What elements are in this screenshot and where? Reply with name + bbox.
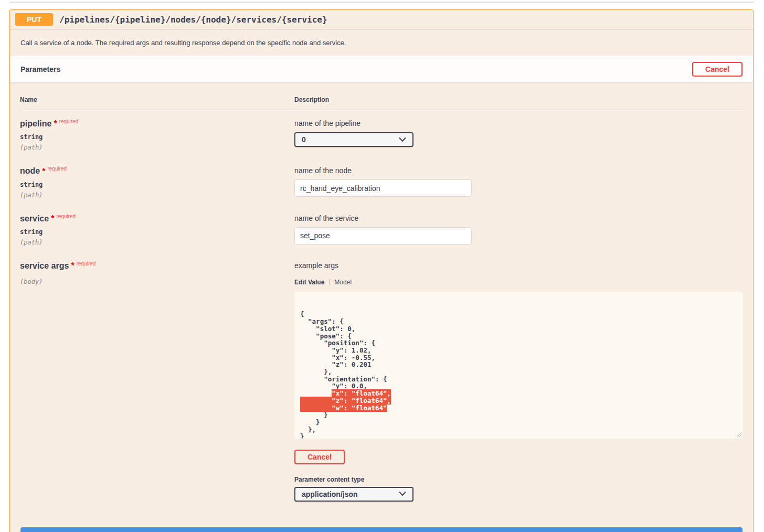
tab-edit-value[interactable]: Edit Value — [294, 279, 324, 286]
parameters-title: Parameters — [20, 65, 60, 73]
required-label: required — [59, 119, 79, 124]
param-type: string — [20, 181, 294, 188]
param-name-cell: pipeline*required string (path) — [20, 119, 294, 151]
execute-button[interactable]: Execute — [20, 527, 742, 532]
param-row-node: node*required string (path) name of the … — [20, 157, 743, 205]
body-editor[interactable]: { "args": { "slot": 0, "pose": { "positi… — [294, 292, 743, 439]
content-type-select-value: application/json — [302, 490, 358, 498]
execute-section: Execute — [10, 508, 753, 532]
chevron-down-icon — [399, 492, 406, 496]
param-name-cell: service*required string (path) — [20, 214, 294, 246]
required-label: required — [77, 261, 96, 267]
required-label: required — [47, 166, 67, 172]
chevron-down-icon — [399, 137, 406, 142]
body-editor-tabs: Edit Value Model — [294, 279, 743, 286]
param-description: name of the pipeline — [294, 119, 743, 127]
cancel-button[interactable]: Cancel — [692, 62, 742, 77]
description-column-header: Description — [294, 96, 743, 103]
param-description-cell: name of the node — [294, 166, 743, 198]
tab-model[interactable]: Model — [334, 279, 352, 286]
required-asterisk: * — [42, 167, 45, 176]
param-row-service: service*required string (path) name of t… — [20, 205, 743, 252]
param-name: pipeline*required — [20, 119, 294, 129]
content-type-select[interactable]: application/json — [294, 487, 413, 502]
editor-cancel-button[interactable]: Cancel — [294, 450, 345, 464]
param-name-cell: service args*required (body) — [20, 261, 294, 502]
param-name: service*required — [20, 214, 294, 224]
parameters-table: Name Description pipeline*required strin… — [10, 82, 753, 508]
param-row-service-args: service args*required (body) example arg… — [20, 252, 743, 508]
http-method-badge: PUT — [15, 13, 53, 26]
param-name: node*required — [20, 166, 294, 176]
pipeline-select-value: 0 — [302, 135, 306, 144]
param-name: service args*required — [20, 261, 294, 271]
required-label: required — [56, 214, 76, 219]
param-description-cell: name of the service — [294, 214, 743, 246]
service-name-input[interactable] — [294, 227, 472, 244]
param-location: (path) — [20, 191, 294, 199]
param-description: name of the service — [294, 214, 743, 222]
resize-grip-icon[interactable] — [736, 431, 742, 438]
param-description-cell: example args Edit Value Model { "args": … — [294, 261, 743, 502]
param-description: example args — [294, 261, 743, 270]
param-location: (path) — [20, 239, 294, 246]
section-divider — [9, 2, 754, 3]
parameters-section-header: Parameters Cancel — [10, 56, 753, 82]
opblock-put: PUT /pipelines/{pipeline}/nodes/{node}/s… — [9, 9, 754, 532]
tab-separator — [329, 279, 330, 285]
name-column-header: Name — [20, 96, 294, 103]
operation-summary[interactable]: PUT /pipelines/{pipeline}/nodes/{node}/s… — [10, 10, 753, 29]
param-row-pipeline: pipeline*required string (path) name of … — [20, 110, 743, 157]
content-type-label: Parameter content type — [294, 476, 743, 483]
table-header-row: Name Description — [20, 82, 743, 110]
param-description-cell: name of the pipeline 0 — [294, 119, 743, 151]
required-asterisk: * — [54, 119, 57, 128]
operation-description: Call a service of a node. The required a… — [10, 29, 753, 56]
param-type: string — [20, 228, 294, 236]
node-name-input[interactable] — [294, 179, 472, 197]
operation-path: /pipelines/{pipeline}/nodes/{node}/servi… — [59, 15, 327, 25]
required-asterisk: * — [71, 261, 74, 270]
param-description: name of the node — [294, 166, 743, 175]
param-location: (body) — [20, 278, 294, 285]
required-asterisk: * — [51, 214, 54, 223]
param-location: (path) — [20, 144, 294, 151]
pipeline-select[interactable]: 0 — [294, 132, 413, 147]
param-name-cell: node*required string (path) — [20, 166, 294, 198]
param-type: string — [20, 133, 294, 141]
